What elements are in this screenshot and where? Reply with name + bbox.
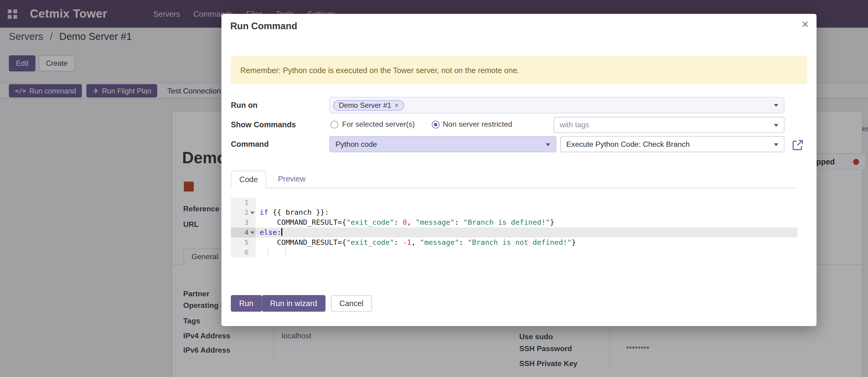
with-tags-select[interactable]: with tags <box>554 117 784 133</box>
show-commands-label: Show Commands <box>231 120 296 129</box>
command-label: Command <box>231 140 269 148</box>
fold-icon[interactable] <box>250 231 255 234</box>
line-number-2: 2 <box>231 208 256 218</box>
radio-non-server-restricted-label[interactable]: Non server restricted <box>443 120 512 128</box>
warning-alert: Remember: Python code is executed on the… <box>231 56 807 84</box>
dropdown-caret-icon <box>774 143 778 146</box>
remove-tag-icon[interactable]: × <box>395 102 399 109</box>
run-button[interactable]: Run <box>231 295 261 312</box>
command-type-select[interactable]: Python code <box>329 136 556 152</box>
dropdown-caret-icon <box>546 143 550 146</box>
line-number-4: 4 <box>231 228 256 237</box>
dialog-title: Run Command <box>230 21 297 32</box>
code-line-1[interactable]: 1 <box>231 198 798 208</box>
dropdown-caret-icon <box>774 104 778 107</box>
code-text-4: else: <box>256 228 798 237</box>
close-icon[interactable]: × <box>802 17 809 31</box>
server-tag[interactable]: Demo Server #1 × <box>333 100 404 111</box>
command-value: Execute Python Code: Check Branch <box>566 140 690 148</box>
code-text-3: COMMAND_RESULT={"exit_code": 0, "message… <box>256 218 798 228</box>
line-number-1: 1 <box>231 198 256 208</box>
code-line-4[interactable]: 4 else: <box>231 228 798 237</box>
text-cursor <box>281 228 282 236</box>
screen: Cetmix Tower Servers Commands Files Tool… <box>0 0 868 377</box>
run-on-label: Run on <box>231 101 257 110</box>
code-text-5: COMMAND_RESULT={"exit_code": -1, "messag… <box>256 237 798 248</box>
code-line-6[interactable]: 6 <box>231 248 798 258</box>
cancel-button[interactable]: Cancel <box>331 295 372 312</box>
fold-icon[interactable] <box>250 211 255 214</box>
indent-guide <box>285 248 286 257</box>
line-number-6: 6 <box>231 248 256 258</box>
tab-code[interactable]: Code <box>231 171 266 188</box>
tabs-divider <box>231 187 798 188</box>
code-line-5[interactable]: 5 COMMAND_RESULT={"exit_code": -1, "mess… <box>231 237 798 248</box>
external-link-icon[interactable] <box>792 139 804 151</box>
radio-non-server-restricted[interactable] <box>432 121 439 128</box>
run-in-wizard-button[interactable]: Run in wizard <box>262 295 326 312</box>
with-tags-placeholder: with tags <box>560 121 589 129</box>
server-tag-label: Demo Server #1 <box>339 101 391 109</box>
warning-alert-text: Remember: Python code is executed on the… <box>240 66 519 75</box>
line-number-5: 5 <box>231 237 256 248</box>
command-type-value: Python code <box>335 140 377 148</box>
tab-preview[interactable]: Preview <box>271 171 313 187</box>
code-line-2[interactable]: 2 if {{ branch }}: <box>231 208 798 218</box>
indent-guide <box>268 248 269 257</box>
command-select[interactable]: Execute Python Code: Check Branch <box>560 136 785 152</box>
dropdown-caret-icon <box>774 124 778 126</box>
line-number-3: 3 <box>231 218 256 228</box>
code-text-2: if {{ branch }}: <box>256 208 798 218</box>
run-on-field[interactable]: Demo Server #1 × <box>329 97 784 114</box>
code-text-1 <box>256 198 798 208</box>
radio-for-selected-servers[interactable] <box>331 121 338 128</box>
code-editor[interactable]: 1 2 if {{ branch }}: 3 COMMAND_RESULT={"… <box>231 198 798 257</box>
radio-for-selected-servers-label[interactable]: For selected server(s) <box>342 120 415 128</box>
run-command-dialog: Run Command × Remember: Python code is e… <box>222 14 816 326</box>
code-line-3[interactable]: 3 COMMAND_RESULT={"exit_code": 0, "messa… <box>231 218 798 228</box>
code-text-6 <box>256 248 798 258</box>
